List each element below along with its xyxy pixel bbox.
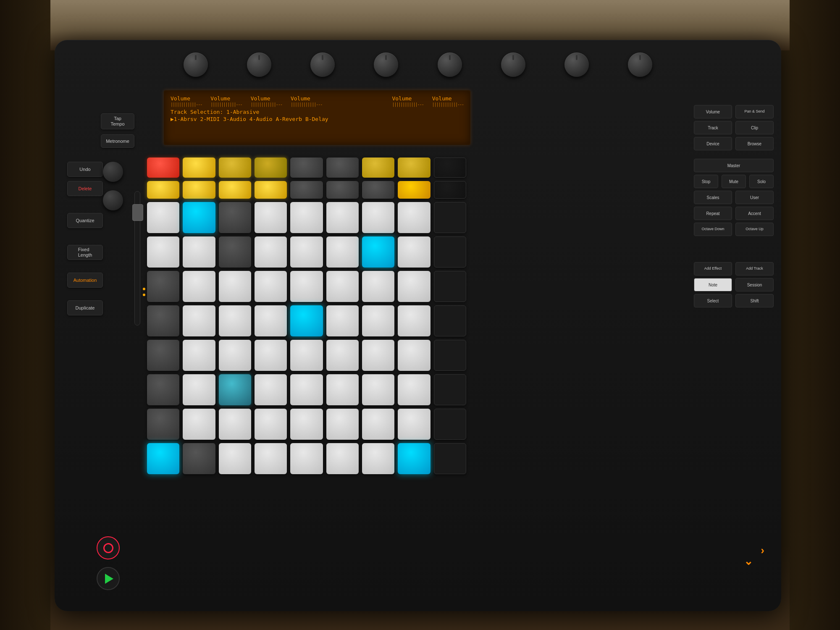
browse-button[interactable]: Browse <box>735 137 774 150</box>
pad-r5c4[interactable] <box>255 340 287 371</box>
pad-r6c9[interactable] <box>434 374 466 405</box>
encoder-left-top[interactable] <box>103 162 123 182</box>
select-button[interactable]: Select <box>694 294 732 307</box>
pad-r2c2[interactable] <box>183 236 215 268</box>
scene-btn-8[interactable] <box>398 158 430 178</box>
pad-r5c8[interactable] <box>398 340 430 371</box>
pad-r1c1[interactable] <box>147 202 179 233</box>
knob-4[interactable] <box>374 52 398 77</box>
pad-r2c9[interactable] <box>434 236 466 268</box>
pad-r4c1[interactable] <box>147 305 179 336</box>
pad-r4c9[interactable] <box>434 305 466 336</box>
pad-r3c8[interactable] <box>398 271 430 302</box>
volume-slider-track[interactable] <box>134 191 140 326</box>
track-btn-2[interactable] <box>183 181 215 199</box>
accent-button[interactable]: Accent <box>735 207 774 220</box>
pad-r3c1[interactable] <box>147 271 179 302</box>
pad-r7c4[interactable] <box>255 409 287 440</box>
pad-r4c2[interactable] <box>183 305 215 336</box>
knob-2[interactable] <box>247 52 271 77</box>
encoder-left-bottom[interactable] <box>103 190 123 210</box>
scene-btn-6[interactable] <box>326 158 359 178</box>
track-btn-5[interactable] <box>290 181 323 199</box>
pad-r3c6[interactable] <box>326 271 359 302</box>
pad-r5c1[interactable] <box>147 340 179 371</box>
pad-r4c6[interactable] <box>326 305 359 336</box>
undo-button[interactable]: Undo <box>67 162 103 177</box>
scene-btn-3[interactable] <box>219 158 251 178</box>
pad-r4c7[interactable] <box>362 305 394 336</box>
pad-r7c2[interactable] <box>183 409 215 440</box>
nav-down-arrow[interactable]: ⌄ <box>744 555 753 568</box>
pad-r4c5[interactable] <box>290 305 323 336</box>
pad-r8c3[interactable] <box>219 443 251 474</box>
fixed-length-button[interactable]: FixedLength <box>67 245 103 260</box>
knob-3[interactable] <box>310 52 335 77</box>
track-btn-6[interactable] <box>326 181 359 199</box>
pad-r5c3[interactable] <box>219 340 251 371</box>
automation-button[interactable]: Automation <box>67 273 103 288</box>
pad-r5c9[interactable] <box>434 340 466 371</box>
pad-r4c4[interactable] <box>255 305 287 336</box>
pad-r6c2[interactable] <box>183 374 215 405</box>
master-button[interactable]: Master <box>694 159 774 172</box>
tap-tempo-button[interactable]: TapTempo <box>101 113 134 129</box>
add-track-button[interactable]: Add Track <box>735 262 774 276</box>
knob-7[interactable] <box>564 52 589 77</box>
pad-r6c8[interactable] <box>398 374 430 405</box>
pad-r1c4[interactable] <box>255 202 287 233</box>
pad-r1c6[interactable] <box>326 202 359 233</box>
pad-r3c9[interactable] <box>434 271 466 302</box>
pad-r6c7[interactable] <box>362 374 394 405</box>
stop-button[interactable]: Stop <box>694 175 718 188</box>
play-button[interactable] <box>97 567 120 590</box>
pad-r2c8[interactable] <box>398 236 430 268</box>
pad-r6c4[interactable] <box>255 374 287 405</box>
pad-r2c7[interactable] <box>362 236 394 268</box>
duplicate-button[interactable]: Duplicate <box>67 300 103 315</box>
user-button[interactable]: User <box>735 191 774 204</box>
pad-r5c5[interactable] <box>290 340 323 371</box>
pad-r5c2[interactable] <box>183 340 215 371</box>
pad-r1c3[interactable] <box>219 202 251 233</box>
pad-r8c4[interactable] <box>255 443 287 474</box>
pad-r2c4[interactable] <box>255 236 287 268</box>
pad-r3c5[interactable] <box>290 271 323 302</box>
record-button[interactable] <box>97 536 120 559</box>
track-button[interactable]: Track <box>694 121 732 134</box>
scene-btn-7[interactable] <box>362 158 394 178</box>
pad-r1c5[interactable] <box>290 202 323 233</box>
track-btn-9[interactable] <box>434 181 466 199</box>
octave-up-button[interactable]: Octave Up <box>735 223 774 236</box>
pad-r7c3[interactable] <box>219 409 251 440</box>
scene-btn-4[interactable] <box>255 158 287 178</box>
pad-r8c8[interactable] <box>398 443 430 474</box>
volume-button[interactable]: Volume <box>694 105 732 118</box>
scene-btn-2[interactable] <box>183 158 215 178</box>
clip-button[interactable]: Clip <box>735 121 774 134</box>
pad-r8c2[interactable] <box>183 443 215 474</box>
shift-button[interactable]: Shift <box>735 294 774 307</box>
nav-right-arrow[interactable]: › <box>761 544 764 557</box>
scene-btn-9[interactable] <box>434 158 466 178</box>
delete-button[interactable]: Delete <box>67 181 103 196</box>
knob-5[interactable] <box>438 52 462 77</box>
pad-r5c6[interactable] <box>326 340 359 371</box>
pad-r5c7[interactable] <box>362 340 394 371</box>
pad-r7c7[interactable] <box>362 409 394 440</box>
pad-r7c8[interactable] <box>398 409 430 440</box>
pad-r1c9[interactable] <box>434 202 466 233</box>
track-btn-7[interactable] <box>362 181 394 199</box>
track-btn-1[interactable] <box>147 181 179 199</box>
pad-r2c3[interactable] <box>219 236 251 268</box>
pad-r6c5[interactable] <box>290 374 323 405</box>
pad-r1c7[interactable] <box>362 202 394 233</box>
pad-r3c2[interactable] <box>183 271 215 302</box>
pad-r3c4[interactable] <box>255 271 287 302</box>
pad-r8c1[interactable] <box>147 443 179 474</box>
scales-button[interactable]: Scales <box>694 191 732 204</box>
pad-r8c5[interactable] <box>290 443 323 474</box>
repeat-button[interactable]: Repeat <box>694 207 732 220</box>
metronome-button[interactable]: Metronome <box>101 134 134 148</box>
pad-r7c1[interactable] <box>147 409 179 440</box>
